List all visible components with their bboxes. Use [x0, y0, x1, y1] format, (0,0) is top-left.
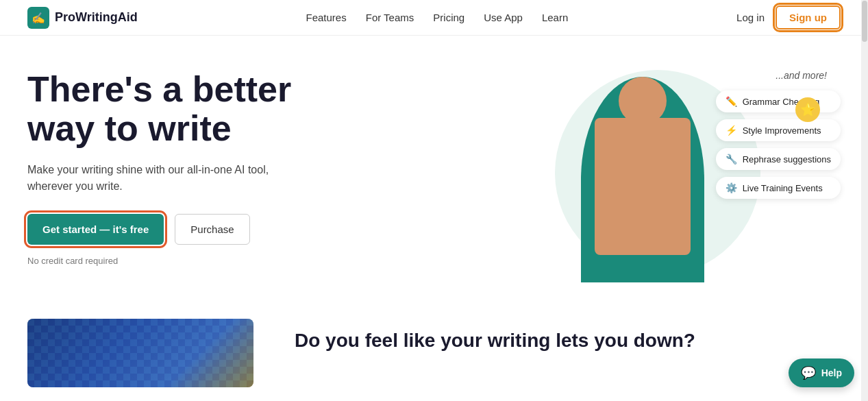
- nav-links: Features For Teams Pricing Use App Learn: [306, 12, 569, 23]
- nav-learn[interactable]: Learn: [542, 12, 568, 23]
- and-more-text: ...and more!: [776, 70, 827, 81]
- pill-training-label: Live Training Events: [743, 183, 823, 193]
- pill-grammar: ✏️ Grammar Checking: [716, 90, 841, 112]
- bottom-text: Do you feel like your writing lets you d…: [295, 319, 695, 352]
- no-credit-text: No credit card required: [27, 256, 475, 266]
- star-badge: ⭐: [795, 97, 820, 122]
- purchase-button[interactable]: Purchase: [175, 214, 249, 245]
- pill-style-label: Style Improvements: [743, 125, 821, 136]
- rephrase-icon: 🔧: [726, 154, 737, 165]
- pill-rephrase: 🔧 Rephrase suggestions: [716, 148, 841, 170]
- person-illustration: [567, 63, 718, 282]
- navbar: ✍ ProWritingAid Features For Teams Prici…: [0, 0, 868, 36]
- chat-help-button[interactable]: 💬 Help: [789, 359, 854, 387]
- get-started-button[interactable]: Get started — it's free: [27, 214, 164, 245]
- login-button[interactable]: Log in: [736, 12, 765, 23]
- nav-features[interactable]: Features: [306, 12, 347, 23]
- scrollbar-thumb[interactable]: [862, 1, 867, 42]
- signup-button[interactable]: Sign up: [776, 5, 841, 29]
- scrollbar[interactable]: [861, 0, 868, 401]
- person-body: [595, 118, 691, 255]
- bottom-title: Do you feel like your writing lets you d…: [295, 330, 695, 352]
- feature-pills: ✏️ Grammar Checking ⚡ Style Improvements…: [716, 90, 841, 199]
- training-icon: ⚙️: [726, 182, 737, 193]
- hero-content: There's a better way to write Make your …: [27, 63, 475, 266]
- pill-training: ⚙️ Live Training Events: [716, 177, 841, 199]
- starry-night-image: [27, 319, 253, 387]
- chat-label: Help: [821, 367, 842, 378]
- hero-subtitle: Make your writing shine with our all-in-…: [27, 162, 288, 195]
- chat-icon: 💬: [801, 365, 816, 380]
- hero-illustration: ⭐ ...and more! ✏️ Grammar Checking ⚡ Sty…: [475, 63, 841, 296]
- nav-pricing[interactable]: Pricing: [433, 12, 464, 23]
- logo-icon: ✍: [27, 7, 49, 29]
- grammar-icon: ✏️: [726, 96, 737, 107]
- brand: ✍ ProWritingAid: [27, 7, 138, 29]
- style-icon: ⚡: [726, 125, 737, 136]
- hero-section: There's a better way to write Make your …: [0, 36, 868, 319]
- nav-for-teams[interactable]: For Teams: [366, 12, 414, 23]
- nav-auth: Log in Sign up: [736, 5, 841, 29]
- hero-buttons: Get started — it's free Purchase: [27, 214, 475, 245]
- hero-title: There's a better way to write: [27, 70, 475, 148]
- nav-use-app[interactable]: Use App: [484, 12, 523, 23]
- svg-text:✍: ✍: [32, 12, 45, 25]
- pill-style: ⚡ Style Improvements: [716, 119, 841, 141]
- pill-rephrase-label: Rephrase suggestions: [743, 154, 831, 165]
- logo-text: ProWritingAid: [55, 10, 138, 25]
- bottom-section: Do you feel like your writing lets you d…: [0, 319, 868, 387]
